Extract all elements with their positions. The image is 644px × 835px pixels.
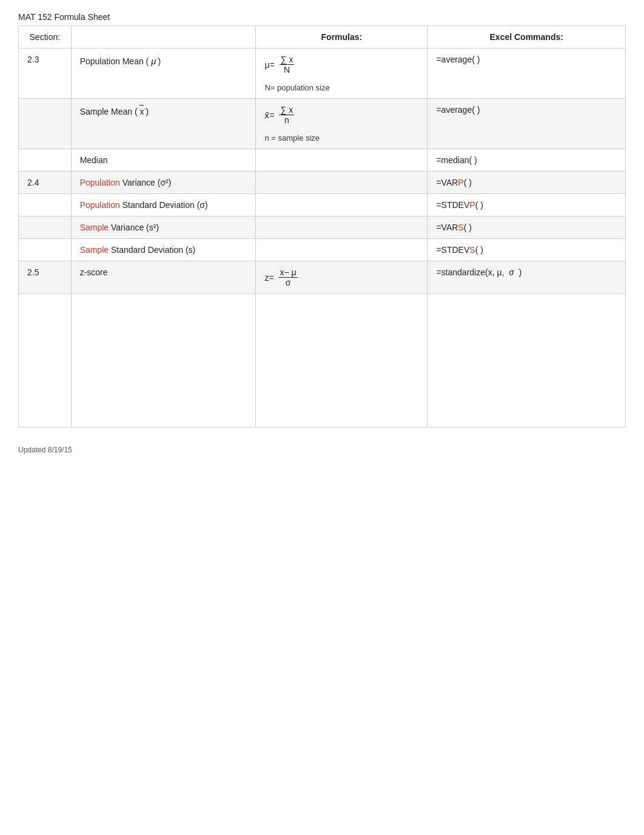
- table-row: 2.4 Population Variance (σ²) =VARP( ): [19, 172, 626, 194]
- formula-table: Section: Formulas: Excel Commands: 2.3 P…: [18, 25, 626, 428]
- table-row: 2.5 z-score z= x− μ σ =standardize(x, μ,…: [19, 261, 626, 294]
- table-row: Sample Standard Deviation (s) =STDEVS( ): [19, 239, 626, 261]
- row-formula: z= x− μ σ: [256, 261, 428, 294]
- header-formulas: Formulas:: [256, 26, 428, 49]
- row-excel: =standardize(x, μ, σ ): [428, 261, 626, 294]
- header-excel: Excel Commands:: [428, 26, 626, 49]
- row-excel: [428, 294, 626, 428]
- table-row: Median =median( ): [19, 149, 626, 172]
- row-excel: =STDEVS( ): [428, 239, 626, 261]
- row-formula: [256, 294, 428, 428]
- section-number: [19, 239, 72, 261]
- x-bar-symbol: x: [139, 107, 144, 116]
- table-row: Sample Mean ( x·) x̄= ∑ x n n = sample s…: [19, 99, 626, 149]
- row-excel: =median( ): [428, 149, 626, 172]
- highlight-word: Sample: [80, 245, 109, 255]
- row-excel: =VARS( ): [428, 216, 626, 239]
- row-excel: =VARP( ): [428, 172, 626, 194]
- section-number: 2.5: [19, 261, 72, 294]
- section-number: [19, 149, 72, 172]
- section-number: [19, 99, 72, 149]
- table-row: Sample Variance (s²) =VARS( ): [19, 216, 626, 239]
- row-formula: [256, 172, 428, 194]
- row-excel: =average( ): [428, 49, 626, 99]
- row-excel: =average( ): [428, 99, 626, 149]
- table-row: [19, 294, 626, 428]
- table-row: Population Standard Deviation (σ) =STDEV…: [19, 194, 626, 216]
- row-formula: [256, 194, 428, 216]
- row-description: Population Mean ( μ·): [71, 49, 256, 99]
- section-number: 2.3: [19, 49, 72, 99]
- row-description: Population Variance (σ²): [71, 172, 256, 194]
- section-number: [19, 216, 72, 239]
- highlight-word: Population: [80, 178, 120, 187]
- header-description: [71, 26, 256, 49]
- row-excel: =STDEVP( ): [428, 194, 626, 216]
- section-number: 2.4: [19, 172, 72, 194]
- highlight-word: Sample: [80, 223, 109, 232]
- row-formula: [256, 149, 428, 172]
- row-description: Sample Standard Deviation (s): [71, 239, 256, 261]
- row-formula: [256, 239, 428, 261]
- row-formula: [256, 216, 428, 239]
- row-description: Sample Mean ( x·): [71, 99, 256, 149]
- page-title: MAT 152 Formula Sheet: [18, 12, 626, 22]
- highlight-word: Population: [80, 200, 120, 210]
- mu-symbol: μ·: [151, 56, 158, 66]
- section-number: [19, 194, 72, 216]
- section-number: [19, 294, 72, 428]
- header-section: Section:: [19, 26, 72, 49]
- footer-text: Updated 8/19/15: [18, 446, 626, 454]
- row-formula: μ= ∑ x N N= population size: [256, 49, 428, 99]
- row-description: z-score: [71, 261, 256, 294]
- row-description: Median: [71, 149, 256, 172]
- row-description: Sample Variance (s²): [71, 216, 256, 239]
- table-row: 2.3 Population Mean ( μ·) μ= ∑ x N N= po…: [19, 49, 626, 99]
- row-description: [71, 294, 256, 428]
- row-description: Population Standard Deviation (σ): [71, 194, 256, 216]
- row-formula: x̄= ∑ x n n = sample size: [256, 99, 428, 149]
